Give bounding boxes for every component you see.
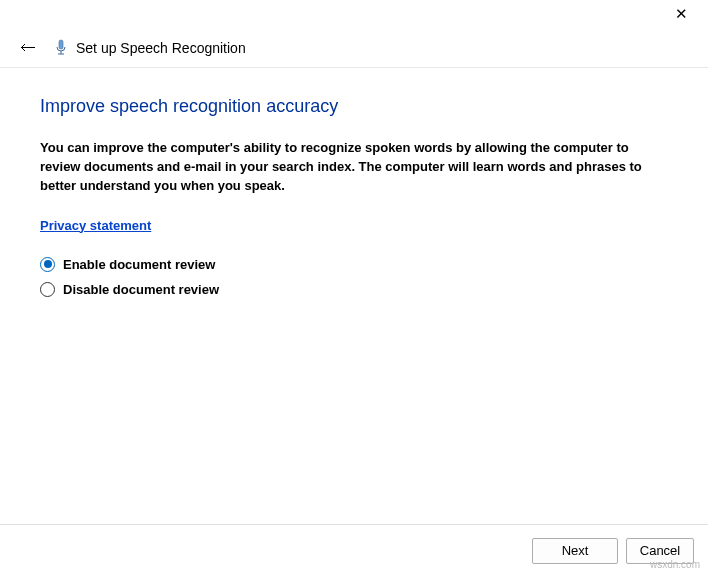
wizard-window: ✕ 🡐 Set up Speech Recognition Improve sp… <box>0 0 708 576</box>
wizard-title: Set up Speech Recognition <box>76 40 246 56</box>
disable-review-option[interactable]: Disable document review <box>40 282 668 297</box>
microphone-icon <box>54 39 68 57</box>
radio-icon <box>40 257 55 272</box>
back-arrow-icon[interactable]: 🡐 <box>12 35 44 61</box>
enable-review-option[interactable]: Enable document review <box>40 257 668 272</box>
page-heading: Improve speech recognition accuracy <box>40 96 668 117</box>
disable-review-label: Disable document review <box>63 282 219 297</box>
radio-icon <box>40 282 55 297</box>
svg-rect-0 <box>59 40 63 49</box>
titlebar: ✕ <box>0 0 708 28</box>
close-icon[interactable]: ✕ <box>669 3 694 25</box>
enable-review-label: Enable document review <box>63 257 215 272</box>
privacy-statement-link[interactable]: Privacy statement <box>40 218 151 233</box>
content-area: Improve speech recognition accuracy You … <box>0 68 708 524</box>
next-button[interactable]: Next <box>532 538 618 564</box>
watermark-text: wsxdn.com <box>650 559 700 570</box>
wizard-header: 🡐 Set up Speech Recognition <box>0 28 708 68</box>
description-text: You can improve the computer's ability t… <box>40 139 660 196</box>
wizard-footer: Next Cancel <box>0 524 708 576</box>
radio-group: Enable document review Disable document … <box>40 257 668 297</box>
